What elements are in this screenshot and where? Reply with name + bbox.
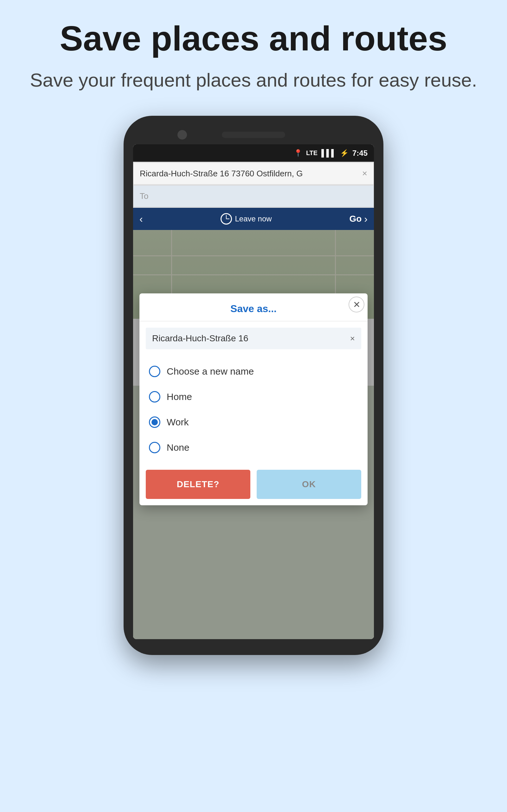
dialog-input-value: Ricarda-Huch-Straße 16 <box>152 334 248 344</box>
nav-back-arrow[interactable]: ‹ <box>139 213 143 225</box>
radio-item-new-name[interactable]: Choose a new name <box>146 359 361 384</box>
to-address-placeholder: To <box>140 191 148 201</box>
dialog-overlay: ✕ Save as... Ricarda-Huch-Straße 16 × <box>133 230 374 639</box>
phone-speaker <box>222 132 285 138</box>
page-title: Save places and routes <box>25 19 482 57</box>
radio-circle-new-name <box>149 366 160 377</box>
radio-group: Choose a new name Home <box>139 356 368 467</box>
radio-label-new-name: Choose a new name <box>167 366 254 377</box>
leave-now-label: Leave now <box>235 214 272 223</box>
dialog-close-button[interactable]: ✕ <box>349 297 364 312</box>
nav-forward-arrow[interactable]: › <box>364 213 368 225</box>
page-header: Save places and routes Save your frequen… <box>0 0 507 103</box>
go-section[interactable]: Go › <box>349 213 368 225</box>
status-time: 7:45 <box>352 149 368 158</box>
radio-circle-none <box>149 442 160 453</box>
phone-screen: 📍 LTE ▌▌▌ ⚡ 7:45 Ricarda-Huch-Straße 16 … <box>133 144 374 639</box>
dialog-input-field[interactable]: Ricarda-Huch-Straße 16 × <box>146 328 361 349</box>
save-dialog: ✕ Save as... Ricarda-Huch-Straße 16 × <box>139 293 368 505</box>
phone-top <box>133 125 374 144</box>
network-indicator: LTE <box>306 149 318 157</box>
from-address-bar[interactable]: Ricarda-Huch-Straße 16 73760 Ostfildern,… <box>133 162 374 185</box>
from-address-clear-button[interactable]: × <box>362 168 367 179</box>
phone-wrapper: 📍 LTE ▌▌▌ ⚡ 7:45 Ricarda-Huch-Straße 16 … <box>0 116 507 655</box>
ok-button[interactable]: OK <box>257 470 361 499</box>
radio-circle-work <box>149 416 160 428</box>
phone-device: 📍 LTE ▌▌▌ ⚡ 7:45 Ricarda-Huch-Straße 16 … <box>124 116 383 655</box>
delete-button[interactable]: DELETE? <box>146 470 250 499</box>
radio-label-work: Work <box>167 417 188 427</box>
signal-bars-icon: ▌▌▌ <box>321 149 336 157</box>
phone-camera <box>177 130 187 140</box>
status-bar: 📍 LTE ▌▌▌ ⚡ 7:45 <box>133 144 374 162</box>
radio-label-home: Home <box>167 392 192 402</box>
radio-circle-home <box>149 391 160 403</box>
close-icon: ✕ <box>353 299 360 310</box>
leave-now-section[interactable]: Leave now <box>221 213 272 224</box>
from-address-text: Ricarda-Huch-Straße 16 73760 Ostfildern,… <box>140 169 359 179</box>
clock-icon <box>221 213 232 224</box>
screen-content: S-Bahn Universität Arnulf-Klett-Platz 2 … <box>133 230 374 639</box>
radio-item-none[interactable]: None <box>146 435 361 460</box>
dialog-buttons: DELETE? OK <box>146 470 361 499</box>
location-icon: 📍 <box>294 149 302 157</box>
dialog-title: Save as... <box>139 293 368 321</box>
to-address-bar[interactable]: To <box>133 185 374 207</box>
page-subtitle: Save your frequent places and routes for… <box>25 67 482 94</box>
go-label: Go <box>349 214 361 224</box>
dialog-input-clear-button[interactable]: × <box>350 334 355 344</box>
radio-item-work[interactable]: Work <box>146 409 361 435</box>
battery-icon: ⚡ <box>340 149 349 157</box>
radio-label-none: None <box>167 442 189 453</box>
page-background: Save places and routes Save your frequen… <box>0 0 507 812</box>
radio-item-home[interactable]: Home <box>146 384 361 409</box>
nav-bar: ‹ Leave now Go › <box>133 208 374 230</box>
